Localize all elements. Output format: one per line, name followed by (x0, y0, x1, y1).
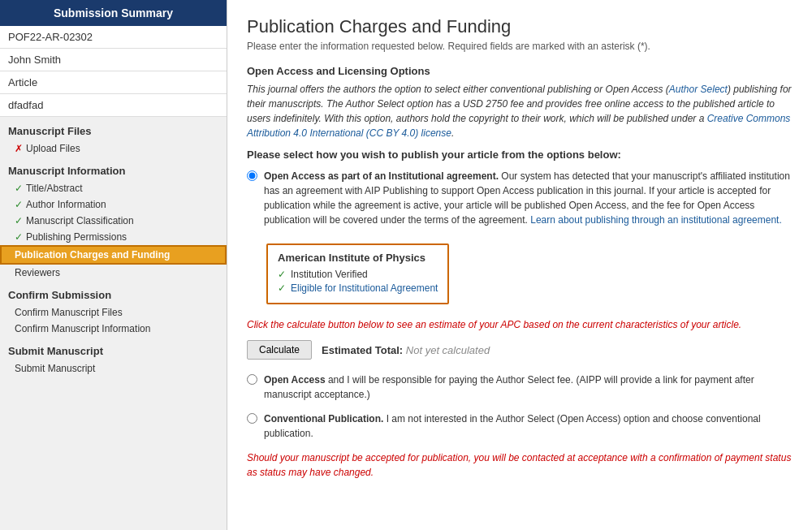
option2-bold: Open Access (264, 374, 326, 386)
submission-id: POF22-AR-02302 (0, 26, 227, 49)
sidebar-item-label: Publishing Permissions (26, 231, 127, 243)
option1-radio[interactable] (247, 170, 257, 181)
institutional-agreement-link[interactable]: Learn about publishing through an instit… (530, 214, 782, 226)
sidebar-item-reviewers[interactable]: Reviewers (0, 265, 227, 281)
option3-radio-group: Conventional Publication. I am not inter… (247, 412, 793, 441)
option1-text: Open Access as part of an Institutional … (264, 169, 793, 227)
sidebar-item-upload-files[interactable]: ✗ Upload Files (0, 140, 227, 157)
option3-bold: Conventional Publication. (264, 413, 383, 424)
option2-radio[interactable] (247, 374, 257, 385)
verified-check-icon: ✓ (278, 269, 286, 280)
author-select-link[interactable]: Author Select (669, 84, 728, 95)
sidebar-item-label: Author Information (26, 199, 106, 210)
eligible-check-icon: ✓ (278, 282, 286, 294)
sidebar-item-publishing-permissions[interactable]: ✓ Publishing Permissions (0, 229, 227, 245)
sidebar-item-submit-manuscript[interactable]: Submit Manuscript (0, 360, 227, 377)
apc-red-text: Click the calculate button below to see … (247, 317, 793, 332)
institution-box: American Institute of Physics ✓ Institut… (266, 243, 449, 304)
calculate-button[interactable]: Calculate (247, 340, 312, 360)
estimated-total-label: Estimated Total: (322, 344, 403, 356)
estimated-total: Estimated Total: Not yet calculated (322, 344, 490, 356)
cc-license-link[interactable]: Creative Commons Attribution 4.0 Interna… (247, 113, 790, 139)
sidebar-item-author-information[interactable]: ✓ Author Information (0, 196, 227, 213)
sidebar-item-label: Confirm Manuscript Files (15, 307, 123, 318)
sidebar-item-label: Manuscript Classification (26, 215, 134, 226)
check-icon: ✓ (15, 231, 23, 243)
author-name: John Smith (0, 49, 227, 71)
sidebar-item-label: Reviewers (15, 267, 60, 278)
estimated-total-value: Not yet calculated (406, 344, 490, 356)
sidebar-item-label: Confirm Manuscript Information (15, 323, 150, 334)
sidebar-header: Submission Summary (0, 0, 227, 26)
institution-eligible-link[interactable]: Eligible for Institutional Agreement (291, 282, 438, 294)
cross-icon: ✗ (15, 143, 23, 154)
option1-bold: Open Access as part of an Institutional … (264, 170, 499, 182)
check-icon: ✓ (15, 199, 23, 210)
open-access-heading: Open Access and Licensing Options (247, 65, 793, 77)
check-icon: ✓ (15, 215, 23, 226)
institution-eligible-row: ✓ Eligible for Institutional Agreement (278, 282, 438, 294)
check-icon: ✓ (15, 183, 23, 194)
option2-radio-group: Open Access and I will be responsible fo… (247, 373, 793, 402)
sidebar-item-confirm-manuscript-information[interactable]: Confirm Manuscript Information (0, 321, 227, 337)
institution-verified-row: ✓ Institution Verified (278, 269, 438, 280)
bottom-red-text: Should your manuscript be accepted for p… (247, 450, 793, 480)
sidebar: Submission Summary POF22-AR-02302 John S… (0, 0, 227, 530)
sidebar-item-label: Publication Charges and Funding (15, 249, 170, 261)
page-subtitle: Please enter the information requested b… (247, 41, 793, 52)
option1-radio-group: Open Access as part of an Institutional … (247, 169, 793, 227)
main-content: Publication Charges and Funding Please e… (227, 0, 812, 530)
section-submit-manuscript: Submit Manuscript (0, 337, 227, 360)
description-text: This journal offers the authors the opti… (247, 82, 793, 140)
option2-desc: and I will be responsible for paying the… (264, 374, 754, 400)
sidebar-item-publication-charges[interactable]: Publication Charges and Funding (0, 245, 227, 265)
select-question: Please select how you wish to publish yo… (247, 149, 793, 161)
sidebar-item-manuscript-classification[interactable]: ✓ Manuscript Classification (0, 213, 227, 229)
sidebar-item-label: Submit Manuscript (15, 363, 95, 374)
institution-verified-label: Institution Verified (291, 269, 368, 280)
option3-radio[interactable] (247, 413, 257, 424)
section-manuscript-files: Manuscript Files (0, 117, 227, 140)
institution-name: American Institute of Physics (278, 252, 438, 264)
section-manuscript-information: Manuscript Information (0, 157, 227, 180)
sidebar-item-label: Upload Files (26, 143, 80, 154)
sidebar-item-label: Title/Abstract (26, 183, 83, 194)
article-type: Article (0, 71, 227, 94)
sidebar-item-confirm-manuscript-files[interactable]: Confirm Manuscript Files (0, 304, 227, 321)
page-title: Publication Charges and Funding (247, 16, 793, 37)
manuscript-id: dfadfad (0, 94, 227, 117)
section-confirm-submission: Confirm Submission (0, 281, 227, 304)
calculate-row: Calculate Estimated Total: Not yet calcu… (247, 340, 793, 360)
option3-text: Conventional Publication. I am not inter… (264, 412, 793, 441)
option2-text: Open Access and I will be responsible fo… (264, 373, 793, 402)
sidebar-item-title-abstract[interactable]: ✓ Title/Abstract (0, 180, 227, 196)
